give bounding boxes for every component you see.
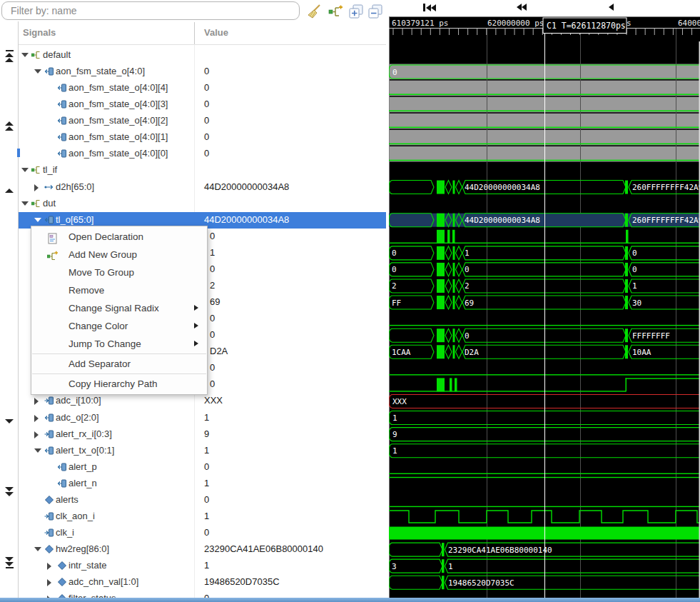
menu-item-remove[interactable]: Remove — [31, 281, 207, 299]
signal-row[interactable]: aon_fsm_state_o[4:0][4]0 — [19, 80, 386, 96]
menu-separator — [32, 373, 206, 374]
collapse-expander-icon[interactable] — [34, 218, 41, 222]
signal-row[interactable]: alert_rx_i[0:3]9 — [19, 426, 386, 443]
menu-item-jump-to-change[interactable]: Jump To Change — [31, 335, 207, 353]
collapse-expander-icon[interactable] — [34, 69, 41, 74]
signal-row[interactable]: alert_n1 — [19, 476, 386, 492]
menu-item-add-separator[interactable]: Add Separator — [31, 355, 207, 373]
collapse-expander-icon[interactable] — [21, 53, 29, 57]
menu-item-label: Open Declaration — [69, 228, 143, 246]
collapse-expander-icon[interactable] — [21, 201, 29, 206]
signal-row[interactable]: hw2reg[86:0]23290CA41AE06B80000140 — [19, 541, 386, 558]
scroll-down-button[interactable] — [4, 418, 15, 423]
expand-expander-icon[interactable] — [34, 184, 39, 191]
signal-busy-block — [437, 378, 445, 391]
triangle-down-glyph — [5, 492, 14, 496]
bus-transition-bar — [453, 214, 455, 227]
signal-row[interactable]: alert_tx_o[0:1]1 — [19, 443, 386, 459]
signal-row[interactable]: adc_i[10:0]XXX — [19, 393, 386, 409]
step-backward-button[interactable] — [609, 4, 614, 11]
triangle-left-glyph — [431, 4, 436, 11]
context-menu: Open DeclarationAdd New GroupMove To Gro… — [31, 226, 208, 395]
sig-out-icon — [44, 446, 54, 456]
signal-row[interactable]: d2h[65:0]44D20000000034A8 — [19, 179, 386, 196]
wave-panel: 610379121 ps620000000 pss640000044D20000… — [389, 0, 700, 602]
signal-row[interactable]: adc_chn_val[1:0]19486520D7035C — [19, 574, 386, 591]
bus-transition-bar — [625, 279, 628, 293]
menu-item-copy-hierarchy-path[interactable]: Copy Hierarchy Path — [31, 375, 207, 393]
signal-row[interactable]: intr_state1 — [19, 558, 386, 574]
page-down-button[interactable] — [4, 486, 15, 496]
sig-out-icon — [57, 99, 67, 109]
triangle-down-glyph — [5, 562, 14, 566]
signal-row[interactable]: aon_fsm_state_o[4:0][3]0 — [19, 96, 386, 113]
bus-transition-bar — [453, 181, 455, 194]
waveform-canvas[interactable]: 610379121 ps620000000 pss640000044D20000… — [389, 16, 700, 602]
bus-transition-bar — [442, 576, 445, 589]
expand-expander-icon[interactable] — [47, 563, 51, 570]
signal-name: dut — [43, 198, 56, 209]
jump-first-signal-button[interactable] — [4, 49, 15, 62]
bus-busy-block — [437, 296, 445, 309]
fast-backward-button[interactable] — [517, 4, 527, 11]
sig-out-icon — [57, 116, 67, 126]
bus-transition-bar — [453, 279, 455, 293]
bus-value-label: FF — [392, 299, 401, 308]
menu-item-move-to-group[interactable]: Move To Group — [31, 264, 207, 281]
bus-transition-bar — [625, 263, 628, 276]
scroll-up-button[interactable] — [4, 188, 15, 193]
signal-name: adc_chn_val[1:0] — [69, 576, 138, 587]
menu-item-add-new-group[interactable]: Add New Group — [31, 246, 207, 264]
collapse-expander-icon[interactable] — [34, 448, 41, 453]
page-up-button[interactable] — [4, 121, 15, 131]
bus-transition-bar — [453, 345, 455, 358]
collapse-expander-icon[interactable] — [21, 168, 29, 172]
collapse-expander-icon[interactable] — [34, 547, 41, 551]
signal-row[interactable]: aon_fsm_state_o[4:0]0 — [19, 64, 386, 80]
signal-row[interactable]: clk_i0 — [19, 525, 386, 541]
jump-last-signal-button[interactable] — [4, 556, 15, 569]
declaration-icon — [47, 231, 59, 243]
timeline-label: 610379121 ps — [392, 19, 448, 28]
group-icon — [31, 165, 41, 175]
signal-name: aon_fsm_state_o[4:0][0] — [69, 148, 168, 159]
signal-row[interactable]: default — [19, 47, 386, 64]
bus-value-label: 69 — [465, 299, 474, 308]
signal-row[interactable]: aon_fsm_state_o[4:0][1]0 — [19, 129, 386, 146]
bus-value-label: 260FFFFFFFF42A9 — [632, 183, 700, 192]
sig-out-icon — [57, 462, 67, 472]
jump-to-start-button[interactable] — [423, 4, 436, 11]
bus-value-label: 23290CA41AE06B80000140 — [448, 546, 552, 555]
signal-pulse — [455, 378, 457, 391]
menu-item-change-color[interactable]: Change Color — [31, 317, 207, 335]
signal-row[interactable]: tl_if — [19, 162, 386, 179]
signal-row[interactable]: aon_fsm_state_o[4:0][0]0 — [19, 146, 386, 162]
signal-value: 1 — [204, 511, 209, 521]
menu-item-change-signal-radix[interactable]: Change Signal Radix — [31, 299, 207, 317]
signal-row[interactable]: adc_o[2:0]1 — [19, 410, 386, 426]
add-group-icon — [47, 249, 59, 261]
horizontal-scrollbar[interactable] — [0, 598, 700, 602]
signal-row[interactable]: alert_p0 — [19, 459, 386, 476]
sig-out-icon — [44, 66, 54, 76]
expand-expander-icon[interactable] — [47, 579, 51, 586]
signal-value: D2A — [210, 346, 228, 356]
submenu-arrow-icon — [194, 323, 198, 328]
wave-nav-strip — [389, 0, 700, 16]
bar-glyph — [6, 567, 14, 568]
signal-rise-edge — [626, 378, 627, 391]
signal-row[interactable]: dut — [19, 196, 386, 212]
signal-row[interactable]: aon_fsm_state_o[4:0][2]0 — [19, 113, 386, 129]
signal-row[interactable]: alerts0 — [19, 492, 386, 508]
expand-expander-icon[interactable] — [34, 398, 39, 405]
signal-value: 0 — [210, 329, 215, 340]
expand-expander-icon[interactable] — [34, 431, 39, 438]
sig-out-icon — [57, 132, 67, 142]
menu-item-label: Move To Group — [69, 264, 134, 281]
menu-item-open-declaration[interactable]: Open Declaration — [31, 228, 207, 246]
signal-name: adc_i[10:0] — [56, 395, 101, 406]
signal-row[interactable]: clk_aon_i1 — [19, 508, 386, 525]
signal-name: alerts — [56, 494, 78, 505]
triangle-up-glyph — [5, 189, 14, 193]
expand-expander-icon[interactable] — [34, 415, 39, 422]
